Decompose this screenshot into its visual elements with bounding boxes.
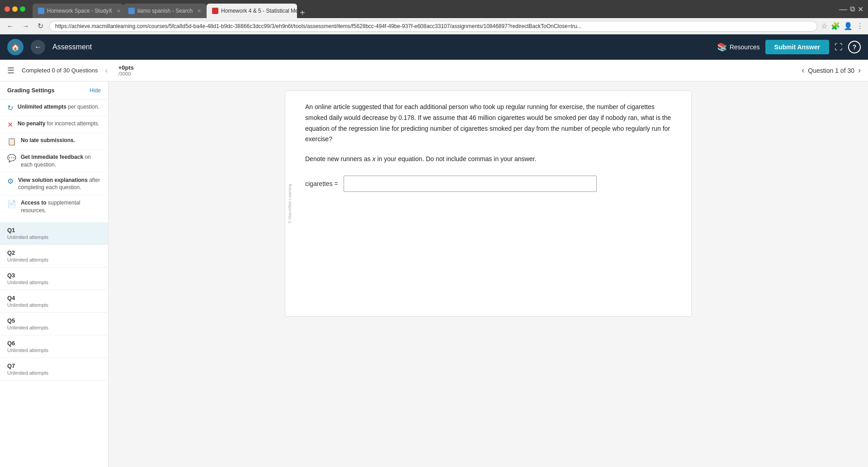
hide-link[interactable]: Hide	[90, 87, 101, 94]
more-options-icon[interactable]: ⋮	[856, 22, 863, 30]
next-question-btn[interactable]: ›	[858, 66, 861, 75]
app-title: Assessment	[52, 43, 92, 51]
maximize-window-btn[interactable]	[20, 6, 25, 12]
q2-label: Q2	[7, 249, 101, 256]
submit-answer-button[interactable]: Submit Answer	[765, 40, 829, 54]
q7-sub: Unlimited attempts	[7, 370, 101, 376]
tab-homework-label: Homework 4 & 5 - Statistical Met	[221, 8, 297, 14]
browser-controls: — ⧉ ✕	[839, 5, 863, 14]
question-card: © Macmillan Learning An online article s…	[285, 91, 692, 317]
menu-icon[interactable]: ☰	[7, 66, 14, 76]
grading-settings-title: Grading Settings	[7, 87, 55, 94]
question-item-q1[interactable]: Q1 Unlimited attempts	[0, 222, 108, 245]
q6-sub: Unlimited attempts	[7, 348, 101, 353]
setting-no-late: 📋 No late submissions.	[0, 133, 108, 150]
immediate-feedback-text: Get immediate feedback on each question.	[21, 153, 101, 169]
header-right: 📚 Resources Submit Answer ⛶ ?	[717, 40, 861, 54]
q1-sub: Unlimited attempts	[7, 234, 101, 240]
question-counter: Question 1 of 30	[808, 67, 854, 74]
pts-block: +0pts /3000	[118, 64, 134, 76]
restore-icon[interactable]: ⧉	[850, 5, 855, 13]
question-text: An online article suggested that for eac…	[305, 102, 677, 145]
question-body: An online article suggested that for eac…	[300, 102, 677, 192]
browser-chrome: Homework Space - StudyX ✕ iiamo spanish …	[0, 0, 868, 18]
reload-btn[interactable]: ↻	[35, 21, 46, 31]
question-text-part1: An online article suggested that for eac…	[305, 103, 671, 143]
extensions-icon[interactable]: 🧩	[831, 22, 840, 30]
collapse-nav-icon[interactable]: ‹	[105, 67, 107, 75]
watermark: © Macmillan Learning	[285, 91, 294, 316]
setting-unlimited-attempts: ↻ Unlimited attempts per question.	[0, 100, 108, 116]
pts-suffix: pts	[125, 64, 134, 71]
back-nav-btn[interactable]: ←	[5, 21, 16, 31]
browser-tabs: Homework Space - StudyX ✕ iiamo spanish …	[33, 0, 835, 18]
app-header: 🏠 ← Assessment 📚 Resources Submit Answer…	[0, 34, 868, 60]
question-text-2: Denote new runners as x in your equation…	[305, 154, 677, 165]
question-item-q4[interactable]: Q4 Unlimited attempts	[0, 290, 108, 313]
new-tab-btn[interactable]: +	[300, 8, 305, 18]
pts-value: +0pts	[118, 64, 134, 71]
profile-icon[interactable]: 👤	[844, 22, 853, 30]
question-nav: ‹ Question 1 of 30 ›	[802, 66, 861, 75]
iiamo-favicon	[128, 8, 135, 14]
setting-solution-explanations: ⚙ View solution explanations after compl…	[0, 173, 108, 196]
immediate-feedback-icon: 💬	[7, 154, 16, 162]
tab-studyx-label: Homework Space - StudyX	[47, 8, 112, 14]
q3-label: Q3	[7, 272, 101, 279]
question-item-q2[interactable]: Q2 Unlimited attempts	[0, 245, 108, 267]
tab-studyx-close[interactable]: ✕	[117, 8, 121, 14]
grading-settings-header: Grading Settings Hide	[0, 81, 108, 100]
tab-iiamo-close[interactable]: ✕	[197, 8, 201, 14]
fullscreen-button[interactable]: ⛶	[835, 43, 843, 52]
q4-label: Q4	[7, 295, 101, 301]
no-late-text: No late submissions.	[21, 137, 75, 144]
question-item-q7[interactable]: Q7 Unlimited attempts	[0, 358, 108, 381]
tab-homework[interactable]: Homework 4 & 5 - Statistical Met ✕	[207, 4, 297, 18]
sidebar: Grading Settings Hide ↻ Unlimited attemp…	[0, 81, 108, 467]
question-item-q6[interactable]: Q6 Unlimited attempts	[0, 335, 108, 358]
q2-sub: Unlimited attempts	[7, 257, 101, 262]
content-area: © Macmillan Learning An online article s…	[108, 81, 868, 467]
watermark-text: © Macmillan Learning	[288, 184, 292, 223]
prev-question-btn[interactable]: ‹	[802, 66, 804, 75]
resources-label: Resources	[730, 43, 760, 51]
no-penalty-text: No penalty for incorrect attempts.	[18, 120, 99, 128]
answer-row: cigarettes =	[305, 176, 677, 192]
no-late-icon: 📋	[7, 137, 16, 146]
home-button[interactable]: 🏠	[7, 39, 24, 55]
solution-explanations-icon: ⚙	[7, 177, 14, 186]
studyx-favicon	[38, 8, 44, 14]
back-button[interactable]: ←	[31, 40, 45, 54]
unlimited-attempts-icon: ↻	[7, 104, 13, 112]
q5-label: Q5	[7, 317, 101, 324]
homework-favicon	[212, 8, 218, 14]
pts-number: +0	[118, 64, 125, 71]
close-window-btn[interactable]	[5, 6, 10, 12]
minimize-window-btn[interactable]	[12, 6, 18, 12]
pts-total: /3000	[118, 71, 134, 76]
solution-explanations-text: View solution explanations after complet…	[18, 176, 101, 192]
minimize-icon[interactable]: —	[839, 5, 847, 14]
address-bar[interactable]: https://achieve.macmillanlearning.com/co…	[49, 21, 817, 32]
question-item-q5[interactable]: Q5 Unlimited attempts	[0, 313, 108, 335]
close-icon[interactable]: ✕	[858, 5, 863, 14]
question-text-part2: Denote new runners as	[305, 155, 373, 162]
question-item-q3[interactable]: Q3 Unlimited attempts	[0, 267, 108, 290]
answer-input[interactable]	[344, 176, 597, 192]
bookmark-icon[interactable]: ☆	[821, 22, 827, 30]
help-button[interactable]: ?	[848, 41, 861, 53]
setting-immediate-feedback: 💬 Get immediate feedback on each questio…	[0, 150, 108, 173]
q1-label: Q1	[7, 227, 101, 234]
setting-no-penalty: ✕ No penalty for incorrect attempts.	[0, 116, 108, 133]
setting-supplemental-resources: 📄 Access to supplemental resources.	[0, 195, 108, 219]
forward-nav-btn[interactable]: →	[20, 21, 32, 31]
tab-studyx[interactable]: Homework Space - StudyX ✕	[33, 4, 123, 18]
q4-sub: Unlimited attempts	[7, 302, 101, 308]
resources-button[interactable]: 📚 Resources	[717, 42, 760, 52]
q5-sub: Unlimited attempts	[7, 325, 101, 330]
resources-icon: 📚	[717, 42, 727, 52]
tab-iiamo[interactable]: iiamo spanish - Search ✕	[123, 4, 207, 18]
address-row: ← → ↻ https://achieve.macmillanlearning.…	[0, 18, 868, 34]
tab-iiamo-label: iiamo spanish - Search	[137, 8, 193, 14]
answer-label: cigarettes =	[305, 180, 338, 187]
